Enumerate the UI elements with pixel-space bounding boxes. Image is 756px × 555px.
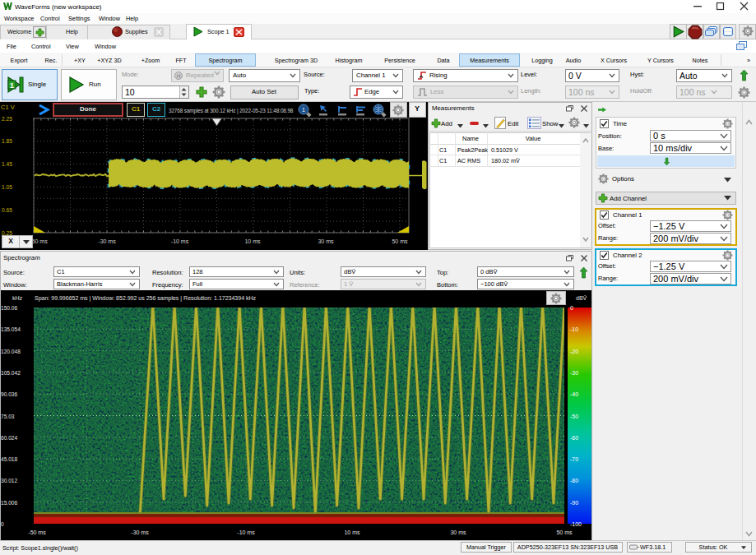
svg-text:H: H <box>177 73 181 79</box>
svg-text:1: 1 <box>10 81 14 90</box>
